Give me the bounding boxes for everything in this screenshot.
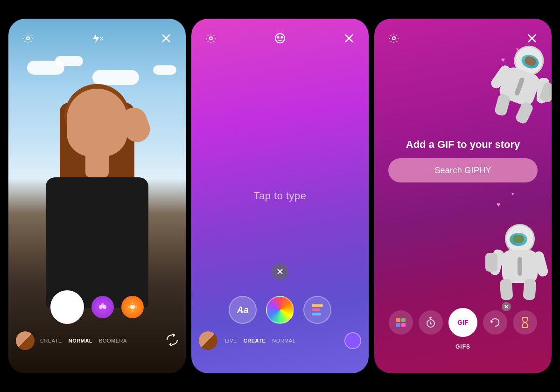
camera-top-bar: ✕ <box>8 30 186 47</box>
person-figure <box>32 89 162 313</box>
text-editor-bottom-bar: Aa LIVE CREATE <box>191 296 369 350</box>
mode-boomerang[interactable]: BOOMERA <box>99 338 127 343</box>
effect-orange-button[interactable] <box>121 296 144 318</box>
shutter-button[interactable] <box>50 290 84 324</box>
astronaut-top-leg-right <box>514 101 534 125</box>
svg-point-12 <box>275 34 285 43</box>
svg-point-10 <box>132 310 133 312</box>
person-head <box>67 89 127 156</box>
flip-camera-icon[interactable] <box>166 334 178 348</box>
person-neck <box>85 149 109 177</box>
astronaut-bottom-pack <box>485 253 497 272</box>
gif-top-bar <box>374 30 552 47</box>
text-editor-top-bar <box>191 30 369 47</box>
flash-icon[interactable]: ✕ <box>89 30 105 47</box>
svg-point-13 <box>278 37 279 38</box>
svg-point-9 <box>128 306 130 308</box>
p2-mode-live[interactable]: LIVE <box>225 338 237 343</box>
text-mode-thumbnail <box>199 331 217 350</box>
p2-mode-create[interactable]: CREATE <box>244 338 266 343</box>
gif-search-bar[interactable]: Search GIPHY <box>388 158 538 182</box>
p2-mode-normal[interactable]: NORMAL <box>272 338 295 343</box>
astronaut-top-stripe <box>514 77 525 96</box>
color-tool-button[interactable] <box>266 296 294 324</box>
gif-toolbar: GIF <box>374 308 552 350</box>
svg-rect-20 <box>312 308 320 311</box>
svg-point-0 <box>27 37 29 40</box>
svg-point-7 <box>132 302 133 304</box>
svg-point-6 <box>130 305 135 309</box>
astronaut-bottom-leg-right <box>499 279 513 301</box>
gif-tools-row: GIF <box>374 308 552 337</box>
svg-point-14 <box>281 37 283 38</box>
astronaut-bottom-stripe <box>518 257 522 276</box>
camera-mode-bar: CREATE NORMAL BOOMERA <box>8 331 186 350</box>
countdown-tool-button[interactable] <box>513 310 537 335</box>
svg-rect-26 <box>401 318 406 322</box>
phone3-frame: ♥ ♥ ♥ ♥ <box>374 19 552 373</box>
astronaut-bottom-helmet <box>505 224 535 254</box>
svg-rect-25 <box>396 318 400 322</box>
close-button[interactable] <box>158 30 175 47</box>
mode-create[interactable]: CREATE <box>40 338 62 343</box>
gif-search-placeholder: Search GIPHY <box>434 166 491 175</box>
astronaut-top-visor <box>519 52 540 70</box>
shutter-inner <box>54 294 81 321</box>
rewind-close-icon[interactable] <box>502 302 511 311</box>
gif-label: GIF <box>457 319 468 326</box>
mode-normal[interactable]: NORMAL <box>69 338 92 343</box>
rewind-button-wrap <box>483 310 507 335</box>
camera-bottom-bar: CREATE NORMAL BOOMERA <box>8 290 186 350</box>
astronaut-bottom-visor <box>510 233 527 246</box>
svg-point-8 <box>135 306 137 308</box>
rewind-tool-button[interactable] <box>483 310 507 335</box>
gif-tool-button[interactable]: GIF <box>448 308 477 337</box>
svg-rect-27 <box>396 323 400 327</box>
close-button-p2[interactable] <box>341 30 357 47</box>
font-tool-button[interactable]: Aa <box>229 296 257 324</box>
sticker-tool-button[interactable] <box>303 296 331 324</box>
close-button-p3[interactable] <box>524 30 540 47</box>
cloud-2 <box>55 56 83 66</box>
cloud-3 <box>92 70 139 85</box>
phone2-frame: Tap to type Aa <box>191 19 369 373</box>
timer-tool-button[interactable] <box>419 310 443 335</box>
gif-card: Add a GIF to your story Search GIPHY <box>388 139 538 182</box>
text-close-button[interactable] <box>272 263 288 280</box>
heart-4: ♥ <box>511 191 514 196</box>
svg-rect-28 <box>401 323 406 327</box>
settings-icon-p2[interactable] <box>203 30 219 47</box>
astronaut-top-leg-left <box>494 93 511 117</box>
mode-thumbnail <box>16 331 35 350</box>
astronaut-bottom-leg-left <box>523 279 537 301</box>
astronaut-bottom-suit <box>502 250 538 283</box>
svg-point-11 <box>210 37 212 40</box>
gif-mode-label: GIFS <box>374 343 552 350</box>
astronaut-bottom <box>492 224 548 299</box>
svg-point-5 <box>101 303 105 307</box>
stickers-tool-button[interactable] <box>389 310 413 335</box>
cloud-4 <box>153 65 176 75</box>
svg-point-22 <box>392 37 395 40</box>
heart-3: ♥ <box>497 201 500 208</box>
mode-labels: CREATE NORMAL BOOMERA <box>40 338 127 343</box>
sticker-icon[interactable] <box>272 30 288 47</box>
svg-rect-19 <box>312 304 323 307</box>
person-body <box>46 177 148 308</box>
effect-purple-button[interactable] <box>91 296 114 318</box>
color-circle-indicator[interactable] <box>344 332 361 349</box>
text-mode-bar: LIVE CREATE NORMAL <box>191 331 369 350</box>
phone1-frame: ✕ <box>8 19 186 373</box>
settings-icon-p3[interactable] <box>385 30 402 47</box>
settings-icon[interactable] <box>20 30 36 47</box>
svg-rect-21 <box>312 313 321 315</box>
gif-card-title: Add a GIF to your story <box>388 139 538 151</box>
